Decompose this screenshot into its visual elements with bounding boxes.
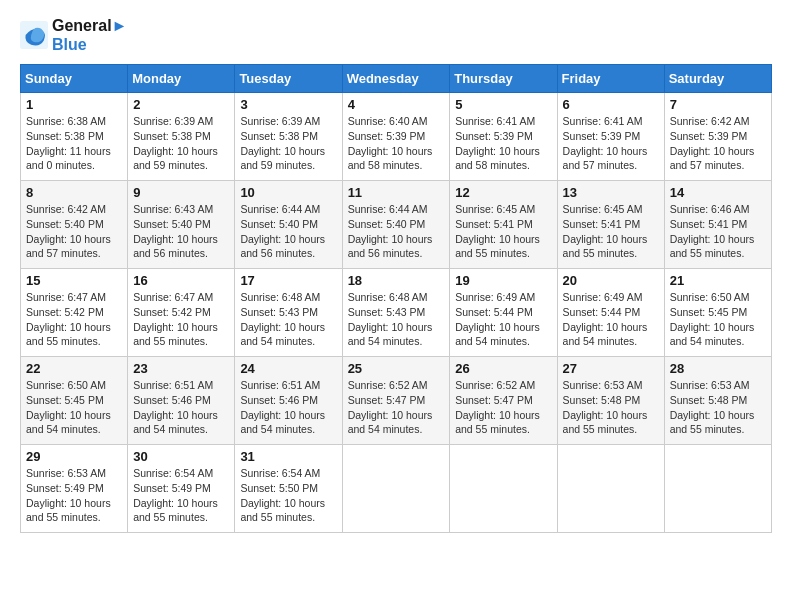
day-info: Sunrise: 6:51 AM Sunset: 5:46 PM Dayligh…: [240, 378, 336, 437]
day-info: Sunrise: 6:44 AM Sunset: 5:40 PM Dayligh…: [240, 202, 336, 261]
day-info: Sunrise: 6:48 AM Sunset: 5:43 PM Dayligh…: [348, 290, 445, 349]
day-cell: 4 Sunrise: 6:40 AM Sunset: 5:39 PM Dayli…: [342, 93, 450, 181]
day-info: Sunrise: 6:46 AM Sunset: 5:41 PM Dayligh…: [670, 202, 766, 261]
day-info: Sunrise: 6:38 AM Sunset: 5:38 PM Dayligh…: [26, 114, 122, 173]
day-number: 17: [240, 273, 336, 288]
day-number: 3: [240, 97, 336, 112]
day-number: 6: [563, 97, 659, 112]
day-info: Sunrise: 6:53 AM Sunset: 5:48 PM Dayligh…: [563, 378, 659, 437]
day-cell: 6 Sunrise: 6:41 AM Sunset: 5:39 PM Dayli…: [557, 93, 664, 181]
day-info: Sunrise: 6:44 AM Sunset: 5:40 PM Dayligh…: [348, 202, 445, 261]
day-number: 23: [133, 361, 229, 376]
day-info: Sunrise: 6:48 AM Sunset: 5:43 PM Dayligh…: [240, 290, 336, 349]
day-number: 29: [26, 449, 122, 464]
day-cell: 19 Sunrise: 6:49 AM Sunset: 5:44 PM Dayl…: [450, 269, 557, 357]
day-cell: 16 Sunrise: 6:47 AM Sunset: 5:42 PM Dayl…: [128, 269, 235, 357]
day-cell: 2 Sunrise: 6:39 AM Sunset: 5:38 PM Dayli…: [128, 93, 235, 181]
calendar-table: SundayMondayTuesdayWednesdayThursdayFrid…: [20, 64, 772, 533]
week-row-5: 29 Sunrise: 6:53 AM Sunset: 5:49 PM Dayl…: [21, 445, 772, 533]
day-cell: [664, 445, 771, 533]
day-number: 13: [563, 185, 659, 200]
day-cell: 14 Sunrise: 6:46 AM Sunset: 5:41 PM Dayl…: [664, 181, 771, 269]
calendar-body: 1 Sunrise: 6:38 AM Sunset: 5:38 PM Dayli…: [21, 93, 772, 533]
day-info: Sunrise: 6:51 AM Sunset: 5:46 PM Dayligh…: [133, 378, 229, 437]
day-number: 15: [26, 273, 122, 288]
weekday-wednesday: Wednesday: [342, 65, 450, 93]
day-number: 18: [348, 273, 445, 288]
day-cell: [342, 445, 450, 533]
weekday-monday: Monday: [128, 65, 235, 93]
day-info: Sunrise: 6:39 AM Sunset: 5:38 PM Dayligh…: [133, 114, 229, 173]
day-cell: [450, 445, 557, 533]
day-number: 19: [455, 273, 551, 288]
day-number: 31: [240, 449, 336, 464]
day-info: Sunrise: 6:43 AM Sunset: 5:40 PM Dayligh…: [133, 202, 229, 261]
day-number: 14: [670, 185, 766, 200]
day-cell: 31 Sunrise: 6:54 AM Sunset: 5:50 PM Dayl…: [235, 445, 342, 533]
day-cell: 18 Sunrise: 6:48 AM Sunset: 5:43 PM Dayl…: [342, 269, 450, 357]
day-number: 27: [563, 361, 659, 376]
weekday-friday: Friday: [557, 65, 664, 93]
day-cell: 22 Sunrise: 6:50 AM Sunset: 5:45 PM Dayl…: [21, 357, 128, 445]
day-info: Sunrise: 6:54 AM Sunset: 5:50 PM Dayligh…: [240, 466, 336, 525]
week-row-4: 22 Sunrise: 6:50 AM Sunset: 5:45 PM Dayl…: [21, 357, 772, 445]
weekday-thursday: Thursday: [450, 65, 557, 93]
day-cell: 13 Sunrise: 6:45 AM Sunset: 5:41 PM Dayl…: [557, 181, 664, 269]
day-cell: 3 Sunrise: 6:39 AM Sunset: 5:38 PM Dayli…: [235, 93, 342, 181]
day-info: Sunrise: 6:47 AM Sunset: 5:42 PM Dayligh…: [133, 290, 229, 349]
day-number: 28: [670, 361, 766, 376]
day-info: Sunrise: 6:53 AM Sunset: 5:48 PM Dayligh…: [670, 378, 766, 437]
day-cell: 1 Sunrise: 6:38 AM Sunset: 5:38 PM Dayli…: [21, 93, 128, 181]
day-number: 30: [133, 449, 229, 464]
day-info: Sunrise: 6:45 AM Sunset: 5:41 PM Dayligh…: [563, 202, 659, 261]
day-number: 22: [26, 361, 122, 376]
day-info: Sunrise: 6:52 AM Sunset: 5:47 PM Dayligh…: [348, 378, 445, 437]
day-number: 12: [455, 185, 551, 200]
day-number: 4: [348, 97, 445, 112]
day-cell: 7 Sunrise: 6:42 AM Sunset: 5:39 PM Dayli…: [664, 93, 771, 181]
day-info: Sunrise: 6:47 AM Sunset: 5:42 PM Dayligh…: [26, 290, 122, 349]
weekday-saturday: Saturday: [664, 65, 771, 93]
day-cell: 15 Sunrise: 6:47 AM Sunset: 5:42 PM Dayl…: [21, 269, 128, 357]
day-number: 10: [240, 185, 336, 200]
day-number: 25: [348, 361, 445, 376]
day-number: 8: [26, 185, 122, 200]
page-header: General► Blue: [20, 16, 772, 54]
day-number: 24: [240, 361, 336, 376]
day-number: 5: [455, 97, 551, 112]
day-cell: 24 Sunrise: 6:51 AM Sunset: 5:46 PM Dayl…: [235, 357, 342, 445]
day-cell: 5 Sunrise: 6:41 AM Sunset: 5:39 PM Dayli…: [450, 93, 557, 181]
logo-icon: [20, 21, 48, 49]
day-info: Sunrise: 6:52 AM Sunset: 5:47 PM Dayligh…: [455, 378, 551, 437]
day-info: Sunrise: 6:54 AM Sunset: 5:49 PM Dayligh…: [133, 466, 229, 525]
day-info: Sunrise: 6:49 AM Sunset: 5:44 PM Dayligh…: [563, 290, 659, 349]
day-info: Sunrise: 6:41 AM Sunset: 5:39 PM Dayligh…: [455, 114, 551, 173]
logo-text: General► Blue: [52, 16, 127, 54]
day-number: 2: [133, 97, 229, 112]
day-info: Sunrise: 6:53 AM Sunset: 5:49 PM Dayligh…: [26, 466, 122, 525]
day-cell: 9 Sunrise: 6:43 AM Sunset: 5:40 PM Dayli…: [128, 181, 235, 269]
day-info: Sunrise: 6:40 AM Sunset: 5:39 PM Dayligh…: [348, 114, 445, 173]
day-number: 7: [670, 97, 766, 112]
week-row-1: 1 Sunrise: 6:38 AM Sunset: 5:38 PM Dayli…: [21, 93, 772, 181]
week-row-2: 8 Sunrise: 6:42 AM Sunset: 5:40 PM Dayli…: [21, 181, 772, 269]
day-number: 11: [348, 185, 445, 200]
day-info: Sunrise: 6:45 AM Sunset: 5:41 PM Dayligh…: [455, 202, 551, 261]
day-number: 21: [670, 273, 766, 288]
day-cell: 11 Sunrise: 6:44 AM Sunset: 5:40 PM Dayl…: [342, 181, 450, 269]
day-info: Sunrise: 6:42 AM Sunset: 5:39 PM Dayligh…: [670, 114, 766, 173]
day-cell: 30 Sunrise: 6:54 AM Sunset: 5:49 PM Dayl…: [128, 445, 235, 533]
day-number: 9: [133, 185, 229, 200]
logo: General► Blue: [20, 16, 127, 54]
day-cell: 29 Sunrise: 6:53 AM Sunset: 5:49 PM Dayl…: [21, 445, 128, 533]
weekday-sunday: Sunday: [21, 65, 128, 93]
day-cell: 12 Sunrise: 6:45 AM Sunset: 5:41 PM Dayl…: [450, 181, 557, 269]
day-cell: 25 Sunrise: 6:52 AM Sunset: 5:47 PM Dayl…: [342, 357, 450, 445]
day-cell: 8 Sunrise: 6:42 AM Sunset: 5:40 PM Dayli…: [21, 181, 128, 269]
day-number: 16: [133, 273, 229, 288]
day-cell: 28 Sunrise: 6:53 AM Sunset: 5:48 PM Dayl…: [664, 357, 771, 445]
week-row-3: 15 Sunrise: 6:47 AM Sunset: 5:42 PM Dayl…: [21, 269, 772, 357]
day-info: Sunrise: 6:50 AM Sunset: 5:45 PM Dayligh…: [26, 378, 122, 437]
day-cell: 20 Sunrise: 6:49 AM Sunset: 5:44 PM Dayl…: [557, 269, 664, 357]
day-cell: 21 Sunrise: 6:50 AM Sunset: 5:45 PM Dayl…: [664, 269, 771, 357]
